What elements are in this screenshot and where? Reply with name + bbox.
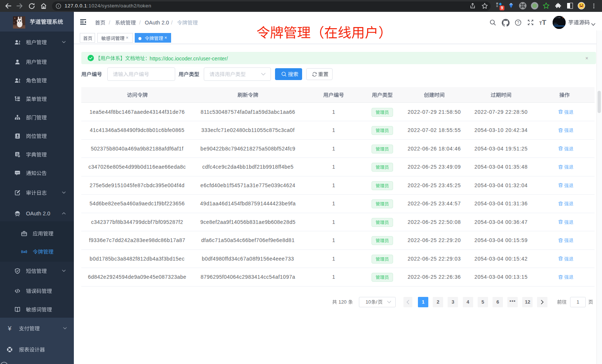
svg-text:¥: ¥ bbox=[7, 325, 12, 331]
svg-text:?: ? bbox=[517, 20, 519, 25]
svg-text:a: a bbox=[23, 250, 25, 254]
